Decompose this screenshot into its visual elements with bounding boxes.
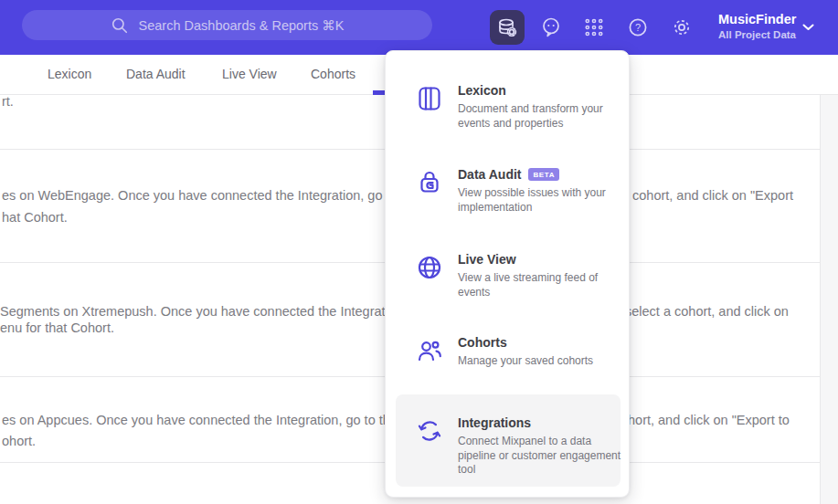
settings-button[interactable] <box>664 10 699 45</box>
menu-item-description: View possible issues with your implement… <box>458 186 624 215</box>
content-text-fragment: hat Cohort. <box>2 210 68 225</box>
content-text-fragment: enu for that Cohort. <box>0 320 114 335</box>
project-scope: All Project Data <box>718 28 796 41</box>
menu-item-description: View a live streaming feed of events <box>458 271 624 299</box>
tab-cohorts[interactable]: Cohorts <box>311 55 355 94</box>
project-name: MusicFinder <box>718 11 796 28</box>
menu-item-description: Connect Mixpanel to a data pipeline or c… <box>458 435 624 478</box>
menu-item-title-row: Data AuditBETA <box>458 166 624 183</box>
top-navbar: Search Dashboards & Reports ⌘K <box>0 0 838 55</box>
data-audit-icon <box>416 168 443 195</box>
menu-item-description: Document and transform your events and p… <box>458 102 624 131</box>
project-selector[interactable]: MusicFinder All Project Data <box>718 11 796 41</box>
tab-live-view[interactable]: Live View <box>222 55 277 94</box>
menu-item-title: Live View <box>458 252 624 268</box>
content-text-fragment: ohort. <box>2 434 36 448</box>
svg-text:?: ? <box>635 22 641 33</box>
menu-item-description: Manage your saved cohorts <box>458 354 624 369</box>
tab-lexicon[interactable]: Lexicon <box>48 55 91 94</box>
search-icon <box>111 16 129 35</box>
menu-item-lexicon[interactable]: Lexicon Document and transform your even… <box>386 83 629 131</box>
data-management-button[interactable] <box>490 10 525 45</box>
search-placeholder: Search Dashboards & Reports ⌘K <box>139 18 345 33</box>
cohorts-icon <box>416 337 443 364</box>
scroll-gutter[interactable] <box>820 95 838 504</box>
integrations-icon <box>416 417 443 445</box>
help-icon: ? <box>627 16 649 38</box>
content-text-fragment: es on WebEngage. Once you have connected… <box>2 188 419 203</box>
menu-item-cohorts[interactable]: Cohorts Manage your saved cohorts <box>386 335 629 369</box>
menu-item-title: Data Audit <box>458 167 521 182</box>
chevron-down-icon[interactable] <box>802 24 814 31</box>
menu-item-title: Lexicon <box>458 83 624 99</box>
tab-data-audit[interactable]: Data Audit <box>126 55 186 94</box>
content-text-fragment: select a cohort, and click on <box>625 304 789 319</box>
content-text-fragment: es on Appcues. Once you have connected t… <box>2 413 412 427</box>
lexicon-icon <box>416 85 443 112</box>
beta-badge: BETA <box>528 168 559 181</box>
content-text-fragment: hort, and click on "Export to <box>628 413 790 427</box>
settings-icon <box>671 16 693 38</box>
menu-item-live-view[interactable]: Live View View a live streaming feed of … <box>386 252 629 299</box>
feedback-icon <box>540 16 562 38</box>
apps-grid-icon <box>583 16 605 38</box>
content-text-fragment: cohort, and click on "Export <box>632 188 793 203</box>
search-input[interactable]: Search Dashboards & Reports ⌘K <box>22 10 432 40</box>
content-text-fragment: Segments on Xtremepush. Once you have co… <box>0 304 407 319</box>
menu-item-data-audit[interactable]: Data AuditBETA View possible issues with… <box>386 166 629 215</box>
live-view-icon <box>416 254 443 281</box>
data-management-icon <box>496 16 518 38</box>
content-text-fragment: rt. <box>2 94 14 109</box>
menu-item-integrations[interactable]: Integrations Connect Mixpanel to a data … <box>386 415 629 478</box>
menu-item-title: Integrations <box>458 415 624 431</box>
feedback-button[interactable] <box>534 10 568 45</box>
apps-grid-button[interactable] <box>577 10 611 45</box>
help-button[interactable]: ? <box>621 10 655 45</box>
menu-item-title: Cohorts <box>458 335 624 351</box>
data-management-menu: Lexicon Document and transform your even… <box>385 50 630 498</box>
